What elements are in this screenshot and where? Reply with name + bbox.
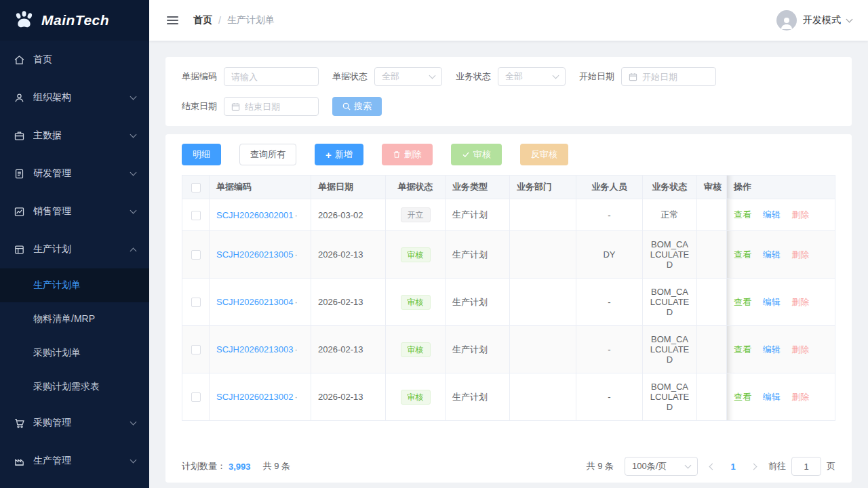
biz-status-cell: BOM_CALCULATED [643, 231, 697, 279]
edit-link[interactable]: 编辑 [763, 392, 781, 402]
chevron-icon [130, 207, 137, 214]
sidebar-subitem-3[interactable]: 采购计划需求表 [0, 370, 149, 404]
sidebar-subitem-1[interactable]: 物料清单/MRP [0, 302, 149, 336]
chevron-icon [130, 456, 137, 463]
approve-button[interactable]: 审核 [451, 144, 502, 165]
sidebar-item-purchase[interactable]: 采购管理 [0, 404, 149, 442]
calendar-icon [231, 102, 240, 111]
doc-code-input[interactable] [231, 72, 311, 82]
prev-page-button[interactable] [709, 463, 716, 470]
sidebar-subitem-0[interactable]: 生产计划单 [0, 268, 149, 302]
search-button[interactable]: 搜索 [332, 97, 382, 116]
doc-code-link[interactable]: SCJH20260213002 [216, 392, 293, 402]
edit-link[interactable]: 编辑 [763, 209, 781, 220]
goto-label: 前往 [768, 460, 786, 472]
view-link[interactable]: 查看 [734, 392, 751, 402]
view-link[interactable]: 查看 [734, 297, 751, 307]
calendar-icon [629, 73, 637, 81]
biz-status-cell: 正常 [643, 199, 697, 231]
doc-code-link[interactable]: SCJH20260213003 [216, 344, 293, 354]
sidebar-item-sales[interactable]: 销售管理 [0, 192, 149, 230]
row-checkbox[interactable] [191, 392, 201, 402]
row-actions-cell: 查看 编辑 删除 [727, 199, 835, 231]
col-actions: 操作 [727, 176, 835, 199]
check-icon [462, 150, 470, 159]
start-date-input[interactable] [642, 72, 709, 82]
status-badge: 审核 [401, 295, 431, 310]
chevron-down-icon [685, 462, 692, 469]
delete-link[interactable]: 删除 [791, 249, 809, 260]
table-row: SCJH20260213002· 2026-02-13 审核 生产计划 - BO… [182, 373, 835, 421]
sidebar-subitem-label: 生产计划单 [33, 279, 81, 291]
pagination: 共 9 条 100条/页 1 前往 页 [587, 457, 835, 476]
detail-button[interactable]: 明细 [182, 144, 221, 165]
plus-icon: + [326, 150, 332, 160]
doc-code-link[interactable]: SCJH20260213005 [216, 249, 293, 260]
row-actions-cell: 查看 编辑 删除 [727, 279, 835, 326]
view-link[interactable]: 查看 [734, 209, 751, 220]
sidebar-subitem-2[interactable]: 采购计划单 [0, 336, 149, 370]
biz-type-cell: 生产计划 [446, 373, 510, 421]
doc-code-link[interactable]: SCJH20260302001 [216, 210, 293, 220]
breadcrumb-home[interactable]: 首页 [193, 14, 212, 26]
user-menu[interactable]: 开发模式 [776, 10, 852, 30]
filter-start-date: 开始日期 [579, 67, 716, 86]
view-link[interactable]: 查看 [734, 344, 751, 354]
sidebar-item-plan[interactable]: 生产计划 [0, 230, 149, 268]
delete-link[interactable]: 删除 [791, 392, 809, 402]
delete-link[interactable]: 删除 [791, 344, 809, 354]
hamburger-menu-icon[interactable] [165, 14, 180, 26]
sidebar-item-masterdata[interactable]: 主数据 [0, 117, 149, 155]
sidebar-item-label: 研发管理 [33, 167, 131, 180]
page-size-select[interactable]: 100条/页 [625, 457, 698, 476]
unapprove-button[interactable]: 反审核 [520, 144, 568, 165]
select-all-checkbox[interactable] [191, 183, 201, 192]
end-date-input[interactable] [245, 102, 311, 112]
doc-status-select[interactable]: 全部 [374, 67, 442, 86]
sidebar-item-org[interactable]: 组织架构 [0, 79, 149, 117]
view-link[interactable]: 查看 [734, 249, 751, 260]
row-checkbox[interactable] [191, 211, 201, 220]
main-area: 首页 / 生产计划单 开发模式 [149, 0, 868, 488]
filter-doc-status: 单据状态 全部 [332, 67, 442, 86]
sidebar-item-home[interactable]: 首页 [0, 41, 149, 79]
query-all-button[interactable]: 查询所有 [239, 144, 296, 165]
org-icon [14, 92, 25, 104]
production-icon [14, 455, 25, 467]
audit-cell [697, 199, 727, 231]
audit-cell [697, 326, 727, 373]
row-checkbox[interactable] [191, 250, 201, 260]
biz-status-select[interactable]: 全部 [498, 67, 566, 86]
edit-link[interactable]: 编辑 [763, 297, 781, 307]
doc-code-cell: SCJH20260302001· [210, 199, 311, 231]
add-button[interactable]: + 新增 [315, 144, 363, 165]
current-page[interactable]: 1 [727, 462, 739, 472]
doc-status-value: 全部 [382, 70, 399, 83]
edit-link[interactable]: 编辑 [763, 249, 781, 260]
row-checkbox[interactable] [191, 345, 201, 354]
next-page-button[interactable] [750, 463, 757, 470]
doc-code-label: 单据编码 [182, 70, 217, 83]
delete-link[interactable]: 删除 [791, 297, 809, 307]
filter-row-1: 单据编码 单据状态 全部 业务状态 [182, 67, 835, 86]
goto-page-input[interactable] [791, 457, 821, 476]
filter-doc-code: 单据编码 [182, 67, 319, 86]
delete-button[interactable]: 删除 [382, 144, 433, 165]
biz-dept-cell [510, 279, 576, 326]
doc-code-link[interactable]: SCJH20260213004 [216, 297, 293, 307]
row-checkbox[interactable] [191, 298, 201, 307]
sidebar-item-rd[interactable]: 研发管理 [0, 155, 149, 192]
logo-text: MainTech [41, 12, 109, 28]
edit-link[interactable]: 编辑 [763, 344, 781, 354]
end-date-label: 结束日期 [182, 100, 217, 113]
sales-icon [14, 206, 25, 218]
sidebar-item-production[interactable]: 生产管理 [0, 442, 149, 480]
doc-date-cell: 2026-03-02 [311, 199, 386, 231]
biz-status-cell: BOM_CALCULATED [643, 279, 697, 326]
start-date-input-wrap [621, 67, 716, 86]
delete-link[interactable]: 删除 [791, 209, 809, 220]
biz-status-cell: BOM_CALCULATED [643, 326, 697, 373]
breadcrumb: 首页 / 生产计划单 [193, 14, 275, 26]
biz-person-cell: - [576, 279, 643, 326]
logo: MainTech [0, 0, 149, 41]
